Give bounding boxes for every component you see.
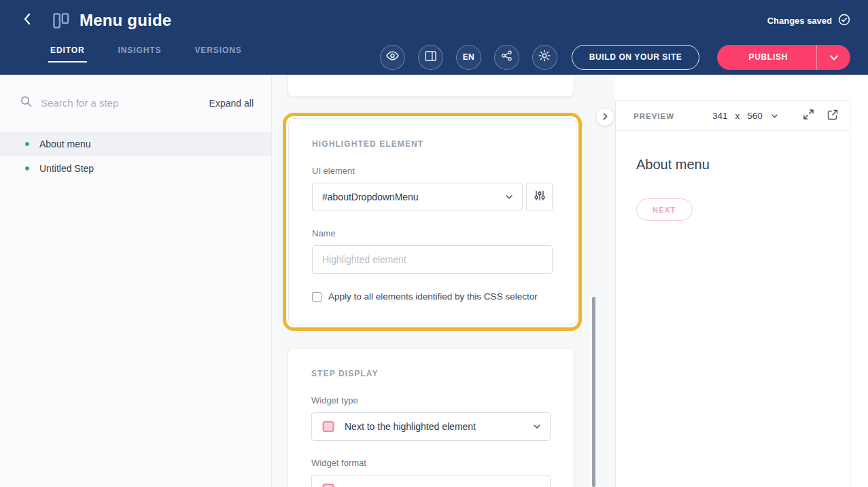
- top-bar: Menu guide Changes saved EDITOR INSIGHTS…: [0, 0, 868, 75]
- highlighted-element-card: HIGHLIGHTED ELEMENT UI element #aboutDro…: [288, 118, 576, 325]
- chevron-right-icon: [603, 111, 608, 123]
- app-window: Menu guide Changes saved EDITOR INSIGHTS…: [0, 0, 868, 487]
- ui-element-value: #aboutDropdownMenu: [322, 192, 419, 202]
- selector-settings-button[interactable]: [526, 183, 553, 211]
- preview-region: PREVIEW 341 x 560: [615, 75, 868, 487]
- step-search-row: Expand all: [0, 75, 271, 124]
- preview-height-value: 560: [747, 111, 763, 121]
- ui-element-row: #aboutDropdownMenu: [312, 183, 553, 211]
- step-item-about-menu[interactable]: About menu: [0, 132, 271, 156]
- page-title: Menu guide: [80, 11, 171, 30]
- step-settings-canvas: HIGHLIGHTED ELEMENT UI element #aboutDro…: [272, 75, 615, 487]
- preview-panel: PREVIEW 341 x 560: [615, 101, 850, 487]
- guide-logo-icon: [52, 12, 70, 30]
- settings-button[interactable]: [532, 45, 557, 70]
- gear-icon: [538, 50, 551, 65]
- widget-type-label: Widget type: [311, 395, 551, 405]
- widget-format-label: Widget format: [311, 458, 551, 468]
- layout-icon: [425, 51, 436, 64]
- eye-icon: [386, 51, 399, 63]
- check-circle-icon: [838, 14, 850, 28]
- step-item-untitled-step[interactable]: Untitled Step: [0, 156, 271, 181]
- step-status-dot: [25, 166, 29, 170]
- steps-sidebar: Expand all About menu Untitled Step: [0, 75, 272, 487]
- preview-header: PREVIEW 341 x 560: [616, 101, 850, 131]
- changes-saved-label: Changes saved: [767, 16, 832, 26]
- expand-preview-button[interactable]: [803, 109, 814, 123]
- apply-to-all-label: Apply to all elements identified by this…: [328, 291, 538, 302]
- expand-all-link[interactable]: Expand all: [209, 98, 254, 109]
- publish-split-button: PUBLISH: [717, 45, 850, 70]
- preview-size-separator: x: [735, 111, 740, 121]
- section-title-step-display: STEP DISPLAY: [311, 369, 551, 378]
- step-status-dot: [25, 142, 29, 146]
- step-list: About menu Untitled Step: [0, 132, 271, 181]
- preview-width-value: 341: [712, 111, 728, 121]
- ui-element-label: UI element: [312, 166, 553, 176]
- chevron-down-icon: [771, 114, 778, 118]
- preview-eye-button[interactable]: [380, 45, 405, 70]
- publish-button[interactable]: PUBLISH: [717, 45, 816, 70]
- widget-type-select[interactable]: Next to the highlighted element: [311, 412, 551, 441]
- tab-editor[interactable]: EDITOR: [50, 46, 85, 62]
- tab-versions[interactable]: VERSIONS: [194, 46, 241, 62]
- external-link-icon: [827, 109, 838, 123]
- sliders-icon: [534, 190, 545, 204]
- build-on-your-site-button[interactable]: BUILD ON YOUR SITE: [572, 45, 700, 70]
- top-bar-actions: EN BUILD ON YOUR SITE PUBLISH: [367, 45, 850, 70]
- name-label: Name: [312, 228, 553, 238]
- tab-insights[interactable]: INSIGHTS: [118, 46, 162, 62]
- chevron-down-icon: [534, 425, 540, 429]
- previous-card-partial: [288, 75, 574, 97]
- preview-size-select[interactable]: 341 x 560: [712, 111, 778, 121]
- top-bar-title-row: Menu guide Changes saved: [0, 0, 868, 41]
- ui-element-select[interactable]: #aboutDropdownMenu: [312, 183, 523, 211]
- highlighted-element-name-input[interactable]: [312, 245, 553, 274]
- language-button[interactable]: EN: [456, 45, 481, 70]
- chevron-down-icon: [830, 51, 838, 63]
- widget-format-select[interactable]: [311, 475, 551, 487]
- highlighted-element-card-selection: HIGHLIGHTED ELEMENT UI element #aboutDro…: [283, 113, 582, 331]
- collapse-preview-button[interactable]: [595, 107, 614, 126]
- editor-tabs: EDITOR INSIGHTS VERSIONS: [50, 46, 242, 62]
- expand-icon: [803, 109, 814, 123]
- widget-shape-icon: [322, 483, 336, 487]
- layout-button[interactable]: [418, 45, 443, 70]
- search-step-input[interactable]: [41, 97, 156, 109]
- step-item-label: Untitled Step: [39, 163, 94, 174]
- search-icon: [20, 96, 32, 110]
- section-title-highlighted-element: HIGHLIGHTED ELEMENT: [312, 139, 553, 149]
- preview-body: About menu NEXT: [616, 131, 850, 247]
- preview-title: PREVIEW: [633, 112, 674, 120]
- apply-to-all-row: Apply to all elements identified by this…: [312, 291, 553, 302]
- step-item-label: About menu: [39, 139, 91, 149]
- chevron-left-icon: [23, 13, 31, 28]
- widget-type-value: Next to the highlighted element: [345, 421, 476, 432]
- canvas-scrollbar[interactable]: [592, 297, 595, 487]
- share-button[interactable]: [494, 45, 519, 70]
- share-icon: [502, 50, 512, 64]
- apply-to-all-checkbox[interactable]: [312, 292, 322, 302]
- chevron-down-icon: [506, 195, 513, 199]
- back-button[interactable]: [18, 12, 35, 29]
- open-in-new-window-button[interactable]: [827, 109, 838, 123]
- changes-saved-status: Changes saved: [767, 14, 850, 28]
- preview-actions: [803, 109, 838, 123]
- language-label: EN: [463, 52, 474, 62]
- preview-next-button[interactable]: NEXT: [636, 198, 693, 221]
- widget-shape-icon: [322, 420, 336, 433]
- top-bar-nav-row: EDITOR INSIGHTS VERSIONS EN: [0, 39, 868, 75]
- step-display-card: STEP DISPLAY Widget type Next to the hig…: [288, 348, 574, 487]
- preview-step-heading: About menu: [636, 157, 829, 173]
- publish-dropdown-button[interactable]: [816, 45, 850, 70]
